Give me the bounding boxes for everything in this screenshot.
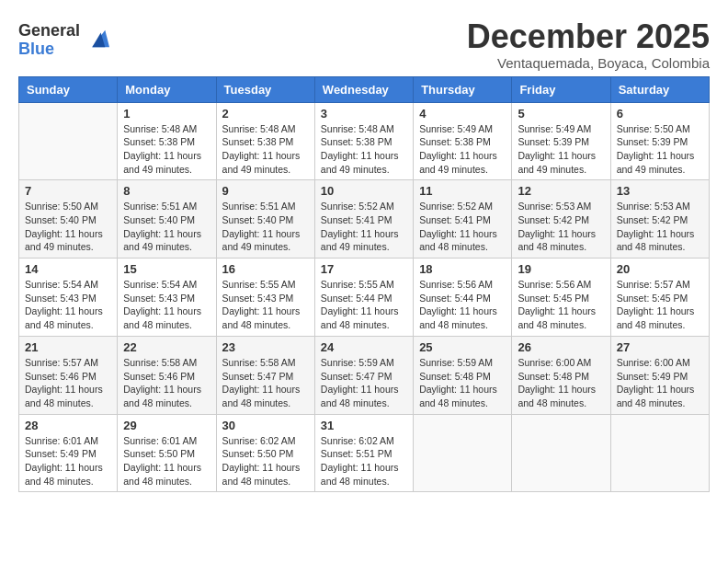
day-number: 30 xyxy=(222,419,309,432)
day-info: Sunrise: 5:57 AM Sunset: 5:45 PM Dayligh… xyxy=(617,278,703,332)
day-info: Sunrise: 5:48 AM Sunset: 5:38 PM Dayligh… xyxy=(123,122,210,177)
day-number: 11 xyxy=(419,184,506,198)
header-sunday: Sunday xyxy=(19,76,118,102)
calendar-cell: 13Sunrise: 5:53 AM Sunset: 5:42 PM Dayli… xyxy=(610,180,709,259)
day-info: Sunrise: 5:53 AM Sunset: 5:42 PM Dayligh… xyxy=(617,200,703,254)
day-number: 21 xyxy=(25,340,111,354)
title-section: December 2025 Ventaquemada, Boyaca, Colo… xyxy=(467,18,710,71)
calendar-cell: 4Sunrise: 5:49 AM Sunset: 5:38 PM Daylig… xyxy=(414,102,512,180)
header-monday: Monday xyxy=(118,76,216,102)
day-number: 9 xyxy=(222,184,309,198)
calendar-cell: 20Sunrise: 5:57 AM Sunset: 5:45 PM Dayli… xyxy=(610,259,709,337)
calendar-cell: 25Sunrise: 5:59 AM Sunset: 5:48 PM Dayli… xyxy=(414,336,512,414)
calendar-cell: 12Sunrise: 5:53 AM Sunset: 5:42 PM Dayli… xyxy=(512,180,610,259)
calendar-week-2: 7Sunrise: 5:50 AM Sunset: 5:40 PM Daylig… xyxy=(19,180,710,259)
calendar-cell: 14Sunrise: 5:54 AM Sunset: 5:43 PM Dayli… xyxy=(19,259,118,337)
calendar-cell: 6Sunrise: 5:50 AM Sunset: 5:39 PM Daylig… xyxy=(610,102,709,180)
calendar-cell: 30Sunrise: 6:02 AM Sunset: 5:50 PM Dayli… xyxy=(216,414,314,492)
calendar-cell: 9Sunrise: 5:51 AM Sunset: 5:40 PM Daylig… xyxy=(216,180,314,259)
day-number: 1 xyxy=(123,107,210,121)
day-info: Sunrise: 5:55 AM Sunset: 5:44 PM Dayligh… xyxy=(321,278,407,332)
calendar-cell: 5Sunrise: 5:49 AM Sunset: 5:39 PM Daylig… xyxy=(512,102,610,180)
day-number: 10 xyxy=(321,184,407,198)
calendar-cell: 8Sunrise: 5:51 AM Sunset: 5:40 PM Daylig… xyxy=(118,180,216,259)
page-header: General Blue December 2025 Ventaquemada,… xyxy=(18,18,710,71)
calendar-cell: 23Sunrise: 5:58 AM Sunset: 5:47 PM Dayli… xyxy=(216,336,314,414)
calendar-week-1: 1Sunrise: 5:48 AM Sunset: 5:38 PM Daylig… xyxy=(19,102,710,180)
calendar-cell: 7Sunrise: 5:50 AM Sunset: 5:40 PM Daylig… xyxy=(19,180,118,259)
day-number: 12 xyxy=(518,184,604,198)
day-info: Sunrise: 5:49 AM Sunset: 5:39 PM Dayligh… xyxy=(518,122,604,177)
day-number: 4 xyxy=(419,107,506,121)
day-number: 14 xyxy=(25,262,111,276)
calendar-cell: 3Sunrise: 5:48 AM Sunset: 5:38 PM Daylig… xyxy=(314,102,413,180)
calendar-cell xyxy=(19,102,118,180)
calendar-cell: 26Sunrise: 6:00 AM Sunset: 5:48 PM Dayli… xyxy=(512,336,610,414)
calendar-cell: 27Sunrise: 6:00 AM Sunset: 5:49 PM Dayli… xyxy=(610,336,709,414)
calendar-cell: 1Sunrise: 5:48 AM Sunset: 5:38 PM Daylig… xyxy=(118,102,216,180)
logo: General Blue xyxy=(18,22,109,59)
day-info: Sunrise: 6:01 AM Sunset: 5:49 PM Dayligh… xyxy=(25,434,111,488)
calendar-week-5: 28Sunrise: 6:01 AM Sunset: 5:49 PM Dayli… xyxy=(19,414,710,492)
subtitle: Ventaquemada, Boyaca, Colombia xyxy=(467,55,710,71)
day-number: 2 xyxy=(222,107,309,121)
header-tuesday: Tuesday xyxy=(216,76,314,102)
day-info: Sunrise: 5:55 AM Sunset: 5:43 PM Dayligh… xyxy=(222,278,309,332)
day-info: Sunrise: 5:59 AM Sunset: 5:47 PM Dayligh… xyxy=(321,356,407,410)
day-number: 13 xyxy=(617,184,703,198)
calendar-cell: 17Sunrise: 5:55 AM Sunset: 5:44 PM Dayli… xyxy=(314,259,413,337)
day-number: 22 xyxy=(123,340,210,354)
calendar-cell: 10Sunrise: 5:52 AM Sunset: 5:41 PM Dayli… xyxy=(314,180,413,259)
day-info: Sunrise: 6:01 AM Sunset: 5:50 PM Dayligh… xyxy=(123,434,210,488)
day-number: 29 xyxy=(123,419,210,432)
day-info: Sunrise: 5:49 AM Sunset: 5:38 PM Dayligh… xyxy=(419,122,506,177)
day-number: 8 xyxy=(123,184,210,198)
logo-blue: Blue xyxy=(18,40,80,59)
day-number: 31 xyxy=(321,419,407,432)
day-number: 18 xyxy=(419,262,506,276)
calendar-table: SundayMondayTuesdayWednesdayThursdayFrid… xyxy=(18,76,710,493)
day-info: Sunrise: 5:59 AM Sunset: 5:48 PM Dayligh… xyxy=(419,356,506,410)
calendar-cell: 28Sunrise: 6:01 AM Sunset: 5:49 PM Dayli… xyxy=(19,414,118,492)
calendar-cell: 22Sunrise: 5:58 AM Sunset: 5:46 PM Dayli… xyxy=(118,336,216,414)
day-number: 6 xyxy=(617,107,703,121)
day-number: 28 xyxy=(25,419,111,432)
day-info: Sunrise: 5:50 AM Sunset: 5:39 PM Dayligh… xyxy=(617,122,703,177)
calendar-cell xyxy=(610,414,709,492)
day-info: Sunrise: 5:51 AM Sunset: 5:40 PM Dayligh… xyxy=(123,200,210,254)
day-number: 15 xyxy=(123,262,210,276)
day-number: 17 xyxy=(321,262,407,276)
day-info: Sunrise: 5:52 AM Sunset: 5:41 PM Dayligh… xyxy=(321,200,407,254)
day-number: 23 xyxy=(222,340,309,354)
calendar-week-3: 14Sunrise: 5:54 AM Sunset: 5:43 PM Dayli… xyxy=(19,259,710,337)
day-number: 7 xyxy=(25,184,111,198)
calendar-cell: 2Sunrise: 5:48 AM Sunset: 5:38 PM Daylig… xyxy=(216,102,314,180)
logo-icon xyxy=(84,26,109,52)
day-number: 25 xyxy=(419,340,506,354)
day-info: Sunrise: 5:54 AM Sunset: 5:43 PM Dayligh… xyxy=(25,278,111,332)
calendar-cell: 24Sunrise: 5:59 AM Sunset: 5:47 PM Dayli… xyxy=(314,336,413,414)
day-info: Sunrise: 5:48 AM Sunset: 5:38 PM Dayligh… xyxy=(321,122,407,177)
calendar-cell: 21Sunrise: 5:57 AM Sunset: 5:46 PM Dayli… xyxy=(19,336,118,414)
day-number: 20 xyxy=(617,262,703,276)
calendar-cell xyxy=(512,414,610,492)
header-friday: Friday xyxy=(512,76,610,102)
header-thursday: Thursday xyxy=(414,76,512,102)
calendar-cell: 29Sunrise: 6:01 AM Sunset: 5:50 PM Dayli… xyxy=(118,414,216,492)
month-title: December 2025 xyxy=(467,18,710,55)
calendar-cell: 11Sunrise: 5:52 AM Sunset: 5:41 PM Dayli… xyxy=(414,180,512,259)
calendar-cell: 31Sunrise: 6:02 AM Sunset: 5:51 PM Dayli… xyxy=(314,414,413,492)
calendar-cell: 16Sunrise: 5:55 AM Sunset: 5:43 PM Dayli… xyxy=(216,259,314,337)
header-saturday: Saturday xyxy=(610,76,709,102)
day-info: Sunrise: 5:48 AM Sunset: 5:38 PM Dayligh… xyxy=(222,122,309,177)
day-number: 5 xyxy=(518,107,604,121)
day-info: Sunrise: 5:50 AM Sunset: 5:40 PM Dayligh… xyxy=(25,200,111,254)
logo-general: General xyxy=(18,22,80,40)
calendar-cell: 19Sunrise: 5:56 AM Sunset: 5:45 PM Dayli… xyxy=(512,259,610,337)
day-info: Sunrise: 5:58 AM Sunset: 5:46 PM Dayligh… xyxy=(123,356,210,410)
header-wednesday: Wednesday xyxy=(314,76,413,102)
day-info: Sunrise: 5:57 AM Sunset: 5:46 PM Dayligh… xyxy=(25,356,111,410)
day-info: Sunrise: 6:02 AM Sunset: 5:51 PM Dayligh… xyxy=(321,434,407,488)
day-info: Sunrise: 5:56 AM Sunset: 5:44 PM Dayligh… xyxy=(419,278,506,332)
day-number: 19 xyxy=(518,262,604,276)
